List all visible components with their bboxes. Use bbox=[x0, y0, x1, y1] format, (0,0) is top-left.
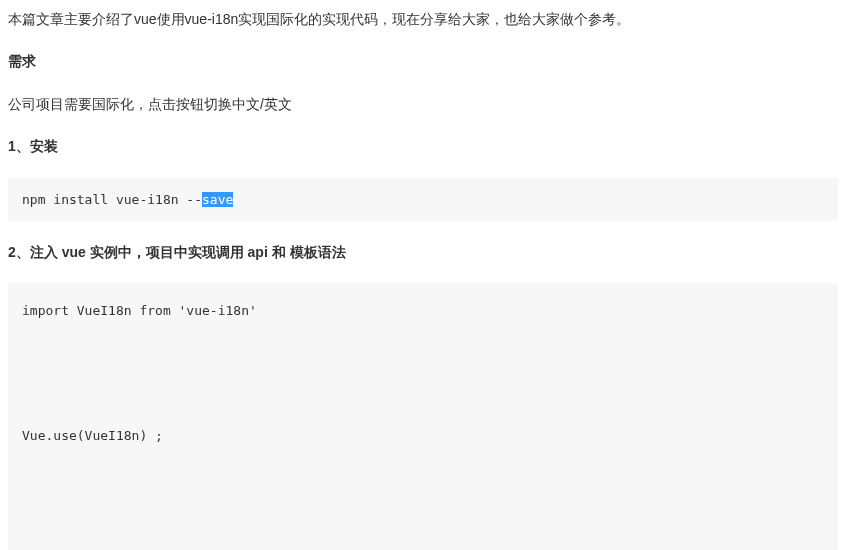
article-body: 本篇文章主要介绍了vue使用vue-i18n实现国际化的实现代码，现在分享给大家… bbox=[0, 0, 846, 550]
intro-paragraph: 本篇文章主要介绍了vue使用vue-i18n实现国际化的实现代码，现在分享给大家… bbox=[8, 8, 838, 30]
code-line: Vue.use(VueI18n) ; bbox=[22, 428, 163, 443]
code-line: import VueI18n from 'vue-i18n' bbox=[22, 303, 257, 318]
code-highlight: save bbox=[202, 192, 233, 207]
heading-inject: 2、注入 vue 实例中，项目中实现调用 api 和 模板语法 bbox=[8, 241, 838, 263]
code-block-install: npm install vue-i18n --save bbox=[8, 178, 838, 222]
heading-install: 1、安装 bbox=[8, 135, 838, 157]
need-description: 公司项目需要国际化，点击按钮切换中文/英文 bbox=[8, 93, 838, 115]
heading-need: 需求 bbox=[8, 50, 838, 72]
code-block-inject: import VueI18n from 'vue-i18n' Vue.use(V… bbox=[8, 283, 838, 550]
code-text: npm install vue-i18n -- bbox=[22, 192, 202, 207]
